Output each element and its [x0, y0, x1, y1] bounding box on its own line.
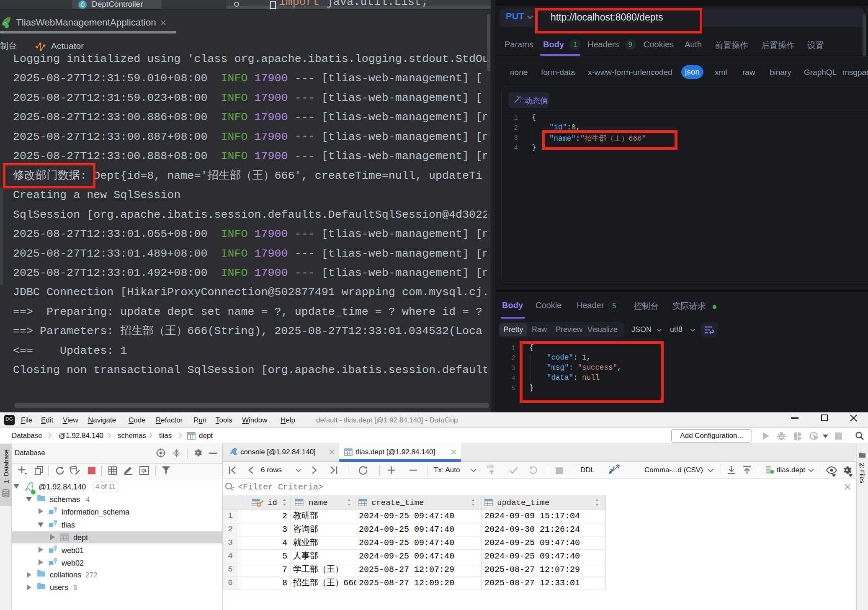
svg-text:QL: QL [142, 468, 148, 473]
